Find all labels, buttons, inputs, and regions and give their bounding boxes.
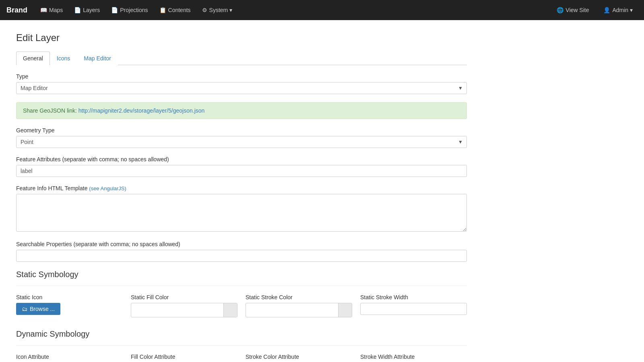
searchable-props-input[interactable] [16, 250, 467, 262]
tab-map-editor[interactable]: Map Editor [77, 51, 118, 65]
angularjs-link[interactable]: (see AngularJS) [89, 185, 126, 191]
stroke-color-swatch[interactable] [338, 303, 352, 317]
page-title: Edit Layer [16, 32, 467, 43]
static-symbology-grid: Static Icon 🗂 Browse ... Static Fill Col… [16, 294, 467, 317]
tab-icons[interactable]: Icons [50, 51, 77, 65]
static-stroke-color-group: Static Stroke Color [246, 294, 352, 317]
system-icon: ⚙ [202, 7, 207, 13]
static-fill-color-group: Static Fill Color [131, 294, 237, 317]
contents-icon: 📋 [159, 7, 166, 13]
geometry-type-group: Geometry Type Point LineString Polygon ▼ [16, 127, 467, 148]
static-symbology-divider [16, 286, 467, 286]
fill-color-attribute-label: Fill Color Attribute [131, 354, 237, 360]
globe-icon: 🌐 [557, 7, 564, 13]
type-label: Type [16, 73, 467, 80]
main-content: Edit Layer General Icons Map Editor Type… [0, 20, 483, 362]
nav-item-contents[interactable]: 📋 Contents [155, 4, 196, 16]
dynamic-symbology-title: Dynamic Symbology [16, 329, 467, 339]
static-stroke-width-group: Static Stroke Width [360, 294, 467, 317]
static-icon-group: Static Icon 🗂 Browse ... [16, 294, 123, 317]
geojson-prefix: Share GeoJSON link: [23, 107, 78, 114]
feature-info-textarea[interactable] [16, 194, 467, 232]
navbar-brand[interactable]: Brand [6, 6, 27, 14]
layers-icon: 📄 [74, 7, 81, 13]
stroke-color-wrapper [246, 303, 352, 317]
feature-attributes-input[interactable]: label [16, 165, 467, 177]
nav-item-layers[interactable]: 📄 Layers [69, 4, 105, 16]
navbar: Brand 📖 Maps 📄 Layers 📄 Projections 📋 Co… [0, 0, 644, 20]
static-stroke-width-label: Static Stroke Width [360, 294, 467, 300]
dynamic-symbology-grid: Icon Attribute Fill Color Attribute Stro… [16, 354, 467, 362]
stroke-width-input[interactable] [360, 303, 467, 315]
fill-color-swatch[interactable] [223, 303, 237, 317]
tab-general[interactable]: General [16, 51, 50, 65]
dynamic-symbology-divider [16, 345, 467, 346]
feature-info-group: Feature Info HTML Template (see AngularJ… [16, 185, 467, 233]
projections-icon: 📄 [111, 7, 118, 13]
nav-item-maps[interactable]: 📖 Maps [35, 4, 68, 16]
maps-icon: 📖 [40, 7, 47, 13]
geometry-type-label: Geometry Type [16, 127, 467, 134]
type-group: Type Map Editor WMS WMTS GeoJSON ▼ [16, 73, 467, 94]
stroke-color-attribute-label: Stroke Color Attribute [246, 354, 352, 360]
nav-right: 🌐 View Site 👤 Admin ▾ [552, 4, 638, 16]
geometry-select-wrapper: Point LineString Polygon ▼ [16, 136, 467, 148]
user-icon: 👤 [603, 7, 610, 13]
view-site-link[interactable]: 🌐 View Site [552, 4, 594, 16]
geojson-link[interactable]: http://mapigniter2.dev/storage/layer/5/g… [78, 107, 205, 114]
feature-info-label: Feature Info HTML Template (see AngularJ… [16, 185, 467, 191]
type-select-wrapper: Map Editor WMS WMTS GeoJSON ▼ [16, 82, 467, 94]
geometry-type-select[interactable]: Point LineString Polygon [16, 136, 467, 148]
nav-item-projections[interactable]: 📄 Projections [106, 4, 153, 16]
fill-color-attribute-group: Fill Color Attribute [131, 354, 237, 362]
searchable-props-group: Searchable Properties (separate with com… [16, 241, 467, 262]
stroke-width-attribute-label: Stroke Width Attribute [360, 354, 467, 360]
static-icon-label: Static Icon [16, 294, 123, 300]
nav-item-system[interactable]: ⚙ System ▾ [197, 4, 237, 16]
type-select[interactable]: Map Editor WMS WMTS GeoJSON [16, 82, 467, 94]
stroke-width-attribute-group: Stroke Width Attribute [360, 354, 467, 362]
feature-attributes-group: Feature Attributes (separate with comma;… [16, 156, 467, 177]
geojson-alert: Share GeoJSON link: http://mapigniter2.d… [16, 102, 467, 119]
stroke-color-input[interactable] [246, 304, 338, 316]
folder-icon: 🗂 [22, 306, 27, 312]
fill-color-input[interactable] [131, 304, 223, 316]
searchable-props-label: Searchable Properties (separate with com… [16, 241, 467, 247]
static-fill-color-label: Static Fill Color [131, 294, 237, 300]
icon-attribute-group: Icon Attribute [16, 354, 123, 362]
icon-attribute-label: Icon Attribute [16, 354, 123, 360]
tabs: General Icons Map Editor [16, 51, 467, 65]
static-symbology-title: Static Symbology [16, 270, 467, 279]
fill-color-wrapper [131, 303, 237, 317]
browse-button[interactable]: 🗂 Browse ... [16, 303, 60, 315]
stroke-color-attribute-group: Stroke Color Attribute [246, 354, 352, 362]
feature-attributes-label: Feature Attributes (separate with comma;… [16, 156, 467, 162]
static-stroke-color-label: Static Stroke Color [246, 294, 352, 300]
nav-menu: 📖 Maps 📄 Layers 📄 Projections 📋 Contents [35, 4, 552, 16]
admin-menu[interactable]: 👤 Admin ▾ [599, 4, 638, 16]
